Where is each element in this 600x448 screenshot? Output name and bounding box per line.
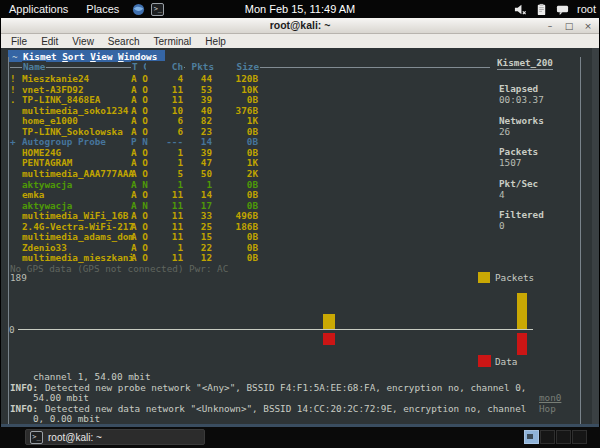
network-packets: 53 xyxy=(185,84,212,95)
network-row[interactable]: Zdenio33A O1220B xyxy=(8,242,488,253)
places-menu[interactable]: Places xyxy=(77,0,128,18)
network-size: 0B xyxy=(214,242,258,253)
network-size: 496B xyxy=(214,210,258,221)
menu-search[interactable]: Search xyxy=(108,36,140,47)
menu-view[interactable]: View xyxy=(72,36,94,47)
network-row[interactable]: multimedia_soko1234A O1040376B xyxy=(8,105,488,116)
network-size: 376B xyxy=(214,105,258,116)
network-name: multimedia_AAA777AAA xyxy=(22,168,134,179)
network-channel: 11 xyxy=(146,200,183,211)
network-flag: + xyxy=(10,136,16,147)
network-row[interactable]: aktywacjaA N110B xyxy=(8,179,488,190)
network-row[interactable]: aktywacjaA N11170B xyxy=(8,200,488,211)
network-name: multimedia_soko1234 xyxy=(22,105,128,116)
capture-source: mon0 xyxy=(539,392,561,403)
network-row[interactable]: HOME24GA O1390B xyxy=(8,147,488,158)
network-size: 1K xyxy=(214,115,258,126)
network-row[interactable]: TP-LINK_SokolowskaA O6230B xyxy=(8,126,488,137)
menu-file[interactable]: File xyxy=(11,36,27,47)
network-packets: 1 xyxy=(185,179,212,190)
menu-terminal[interactable]: Terminal xyxy=(154,36,192,47)
minimize-button-icon[interactable]: – xyxy=(543,21,557,32)
network-packets: 12 xyxy=(185,252,212,263)
kismet-menu-view[interactable]: View xyxy=(90,51,112,62)
terminal-scrollbar[interactable] xyxy=(592,48,599,424)
network-channel: 11 xyxy=(146,231,183,242)
network-row[interactable]: multimedia_WiFi_16BA O1133496B xyxy=(8,210,488,221)
kismet-menu-windows[interactable]: Windows xyxy=(118,51,157,62)
close-button-icon[interactable]: × xyxy=(581,21,595,32)
network-size: 2K xyxy=(214,168,258,179)
kismet-right-border xyxy=(580,57,581,424)
status-tag: INFO: xyxy=(10,382,38,393)
network-packets: 50 xyxy=(185,168,212,179)
network-row[interactable]: multimedia_AAA777AAAA O5502K xyxy=(8,168,488,179)
network-row[interactable]: emkaA O11140B xyxy=(8,189,488,200)
network-row[interactable]: home_e1000A O6821K xyxy=(8,115,488,126)
gps-status: No GPS data (GPS not connected) Pwr: AC xyxy=(10,263,228,274)
network-flag: ! xyxy=(10,73,16,84)
menu-hotkey: V xyxy=(90,51,96,62)
window-titlebar: root@kali: ~ xyxy=(1,18,599,34)
network-row[interactable]: 2.4G-Vectra-WiFi-217A O1125186B xyxy=(8,221,488,232)
taskbar-window-label: root@kali: ~ xyxy=(48,432,102,443)
network-row[interactable]: +Autogroup ProbeP N---140B xyxy=(8,136,488,147)
workspace-2[interactable] xyxy=(540,430,555,444)
graph-ymax-label: 189 xyxy=(10,272,27,283)
kismet-server-tab[interactable]: Kismet_200 xyxy=(497,57,553,70)
network-channel: 1 xyxy=(146,157,183,168)
stat-value: 4 xyxy=(499,189,505,200)
network-channel: 4 xyxy=(146,73,183,84)
top-panel: Applications Places >_ root xyxy=(0,0,600,18)
network-channel: 11 xyxy=(146,252,183,263)
network-size: 0B xyxy=(214,147,258,158)
applications-menu[interactable]: Applications xyxy=(0,0,77,18)
network-size: 0B xyxy=(214,179,258,190)
network-flag: ! xyxy=(10,84,16,95)
stat-label: Networks xyxy=(499,115,544,126)
kismet-menu-kismet[interactable]: Kismet xyxy=(23,51,57,62)
network-name: emka xyxy=(22,189,44,200)
maximize-button-icon[interactable]: □ xyxy=(562,21,576,32)
menu-help[interactable]: Help xyxy=(205,36,226,47)
network-packets: 14 xyxy=(185,189,212,200)
volume-muted-icon[interactable] xyxy=(514,3,527,16)
clipboard-icon[interactable] xyxy=(535,3,548,16)
terminal-menubar: FileEditViewSearchTerminalHelp xyxy=(1,34,599,48)
taskbar-window-button[interactable]: >_ root@kali: ~ xyxy=(25,429,205,445)
status-text: 54.00 mbit xyxy=(33,392,89,403)
network-name: multimedia_mieszkani xyxy=(22,252,134,263)
network-row[interactable]: multimedia_adams_domA O11150B xyxy=(8,231,488,242)
network-packets: 17 xyxy=(185,200,212,211)
network-name: Mieszkanie24 xyxy=(22,73,89,84)
menu-edit[interactable]: Edit xyxy=(41,36,58,47)
workspace-3[interactable] xyxy=(556,430,571,444)
network-row[interactable]: !Mieszkanie24A O444120B xyxy=(8,73,488,84)
workspace-1[interactable] xyxy=(524,430,539,444)
network-row[interactable]: PENTAGRAMA O1471K xyxy=(8,157,488,168)
network-size: 0B xyxy=(214,200,258,211)
network-packets: 33 xyxy=(185,210,212,221)
browser-icon[interactable] xyxy=(132,3,145,16)
network-row[interactable]: !vnet-A3FD92A O115310K xyxy=(8,84,488,95)
network-channel: 1 xyxy=(146,179,183,190)
stat-value: 0 xyxy=(499,220,505,231)
network-packets: 39 xyxy=(185,147,212,158)
column-header-pkts: Pkts xyxy=(185,61,215,72)
status-text: 0, 0.00 mbit xyxy=(33,413,100,424)
chat-bubble-icon[interactable] xyxy=(556,3,569,16)
stat-label: Packets xyxy=(499,146,538,157)
terminal-launcher-icon[interactable]: >_ xyxy=(151,3,164,16)
network-packets: 44 xyxy=(185,73,212,84)
network-channel: 5 xyxy=(146,168,183,179)
network-name: home_e1000 xyxy=(22,115,78,126)
network-row[interactable]: multimedia_mieszkaniA O11120B xyxy=(8,252,488,263)
network-row[interactable]: .TP-LINK_8468EAA O11390B xyxy=(8,94,488,105)
network-packets: 15 xyxy=(185,231,212,242)
kismet-menu-sort[interactable]: Sort xyxy=(62,51,84,62)
status-tag: INFO: xyxy=(10,403,38,414)
graph-yzero-label: 0 xyxy=(9,324,15,335)
user-menu[interactable]: root xyxy=(577,3,596,15)
workspace-4[interactable] xyxy=(572,430,587,444)
network-packets: 40 xyxy=(185,105,212,116)
